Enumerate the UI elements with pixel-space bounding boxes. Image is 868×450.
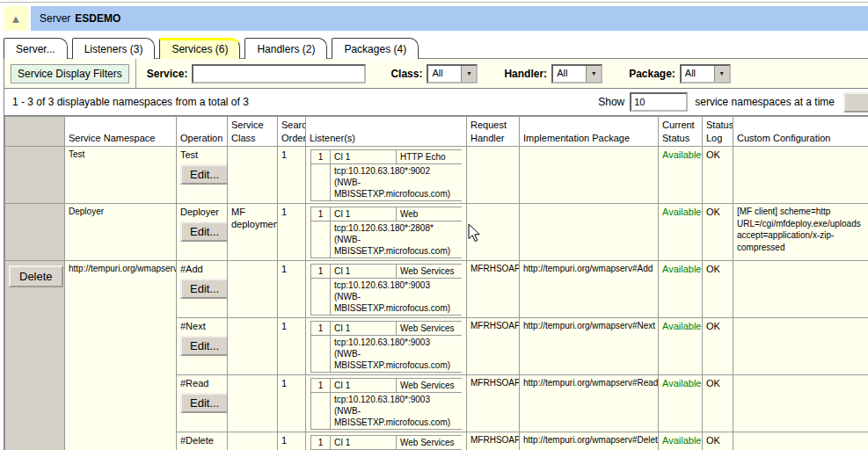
search-order-cell: 1 [278,432,306,450]
listener-address: tcp:10.120.63.180*:9002 (NWB-MBISSETXP.m… [331,164,463,201]
edit-button[interactable]: Edit... [180,393,228,413]
listener-name: Web Services [397,436,463,450]
delete-button[interactable]: Delete [9,265,63,287]
column-header-actions [5,117,65,147]
chevron-down-icon: ▼ [714,66,729,82]
listener-index: 1 [311,150,331,164]
edit-button[interactable]: Edit... [180,336,228,356]
request-handler-cell: MFRHSOAP [467,318,520,375]
listeners-cell: 1 CI 1 HTTP Echo tcp:10.120.63.180*:9002… [306,147,467,204]
listener-ci: CI 1 [331,436,397,450]
namespace-cell: http://tempuri.org/wmapserv [65,261,177,450]
tab-listeners[interactable]: Listeners (3) [72,38,156,59]
service-class-cell [228,318,278,375]
listener-name: HTTP Echo [397,150,463,164]
class-filter-label: Class: [390,68,422,80]
listener-ci: CI 1 [331,207,397,221]
edit-button[interactable]: Edit... [180,164,228,185]
listener-entry[interactable]: 1 CI 1 Web Services tcp:10.120.63.180*:9… [310,378,463,430]
tab-handlers[interactable]: Handlers (2) [244,38,327,59]
status-log-cell: OK [703,204,733,261]
services-table: Service Namespace Operation Service Clas… [4,116,868,450]
status-log-cell: OK [703,318,733,375]
package-filter-label: Package: [629,68,675,80]
service-filter-label: Service: [147,68,188,80]
chevron-down-icon: ▼ [586,66,601,82]
collapse-button[interactable]: ▲ [4,6,28,31]
listeners-cell: 1 CI 1 Web Services tcp:10.120.63.180*:9… [306,318,467,375]
listener-ci: CI 1 [331,379,397,393]
listener-entry[interactable]: 1 CI 1 Web Services tcp:10.120.63.180*:9… [310,321,463,373]
listener-entry[interactable]: 1 CI 1 Web Services tcp:10.120.63.180*:9… [310,435,463,450]
listeners-cell: 1 CI 1 Web Services tcp:10.120.63.180*:9… [306,432,467,450]
chevron-down-icon: ▼ [461,66,476,82]
operation-name: #Delete [180,434,223,446]
table-row-test: Test Test Edit... 1 1 CI 1 HTTP Echo tcp… [5,147,868,204]
request-handler-cell: MFRHSOAP [467,375,520,432]
listener-address: tcp:10.120.63.180*:9003 (NWB-MBISSETXP.m… [331,336,463,373]
search-order-cell: 1 [278,147,306,204]
search-order-cell: 1 [278,318,306,375]
custom-config-cell [733,147,868,204]
service-class-cell [228,375,278,432]
status-log-cell: OK [703,432,733,450]
column-header-current-status: Current Status [659,117,703,147]
service-class-cell [228,432,278,450]
listener-index: 1 [311,379,331,393]
custom-config-cell [733,375,868,432]
pagination-summary: 1 - 3 of 3 displayable namespaces from a… [12,96,249,108]
custom-config-cell [733,432,868,450]
listener-entry[interactable]: 1 CI 1 Web tcp:10.120.63.180*:2808* (NWB… [310,207,463,258]
handler-filter-select[interactable]: All ▼ [551,64,602,83]
operation-cell: #Delete Edit... [177,432,228,450]
edit-button[interactable]: Edit... [180,221,228,242]
current-status-cell: Available [659,432,703,450]
up-triangle-icon: ▲ [11,13,22,25]
search-order-cell: 1 [278,375,306,432]
apply-show-button[interactable] [843,92,868,112]
implementation-package-cell [520,147,659,204]
show-suffix-label: service namespaces at a time [695,96,835,108]
table-row-wmapserv-add: Delete http://tempuri.org/wmapserv #Add … [5,261,868,318]
class-filter-select[interactable]: All ▼ [427,64,478,83]
listener-index: 1 [311,436,331,450]
services-panel: Service Display Filters Service: Class: … [4,58,868,450]
edit-button[interactable]: Edit... [180,279,228,299]
listener-index: 1 [311,322,331,336]
current-status-cell: Available [659,204,703,261]
actions-cell [5,147,65,204]
current-status-cell: Available [659,261,703,318]
custom-config-cell [733,261,868,318]
column-header-status-log: Status Log [703,117,733,147]
custom-config-cell: [MF client] scheme=http URL=/cgi/mfdeplo… [733,204,868,261]
package-filter-select[interactable]: All ▼ [680,64,731,83]
listener-entry[interactable]: 1 CI 1 HTTP Echo tcp:10.120.63.180*:9002… [310,149,463,201]
server-title: Server ESDEMO [31,6,868,31]
listener-address: tcp:10.120.63.180*:9003 (NWB-MBISSETXP.m… [331,393,463,430]
tab-packages[interactable]: Packages (4) [332,38,419,59]
search-order-cell: 1 [278,204,306,261]
filter-bar: Service Display Filters Service: Class: … [4,59,868,89]
request-handler-cell [467,204,520,261]
tab-services[interactable]: Services (6) [159,38,240,59]
column-header-service-namespace: Service Namespace [65,117,177,147]
operation-name: Test [180,149,223,161]
implementation-package-cell: http://tempuri.org/wmapserv#Next [520,318,659,375]
column-header-search-order: Search Order [278,117,306,147]
namespace-cell: Deployer [65,204,177,261]
actions-cell [5,204,65,261]
request-handler-cell: MFRHSOAP [467,261,520,318]
listener-entry[interactable]: 1 CI 1 Web Services tcp:10.120.63.180*:9… [310,264,463,316]
listener-ci: CI 1 [331,265,397,279]
server-label: Server [40,12,70,25]
table-header-row: Service Namespace Operation Service Clas… [5,117,868,147]
service-filter-input[interactable] [192,64,366,83]
implementation-package-cell: http://tempuri.org/wmapserv#Read [520,375,659,432]
column-header-service-class: Service Class [228,117,278,147]
server-name: ESDEMO [75,12,120,25]
column-header-listeners: Listener(s) [306,117,467,147]
tab-server[interactable]: Server... [4,38,68,59]
show-count-input[interactable] [630,92,688,112]
listeners-cell: 1 CI 1 Web Services tcp:10.120.63.180*:9… [306,261,467,318]
current-status-cell: Available [659,375,703,432]
